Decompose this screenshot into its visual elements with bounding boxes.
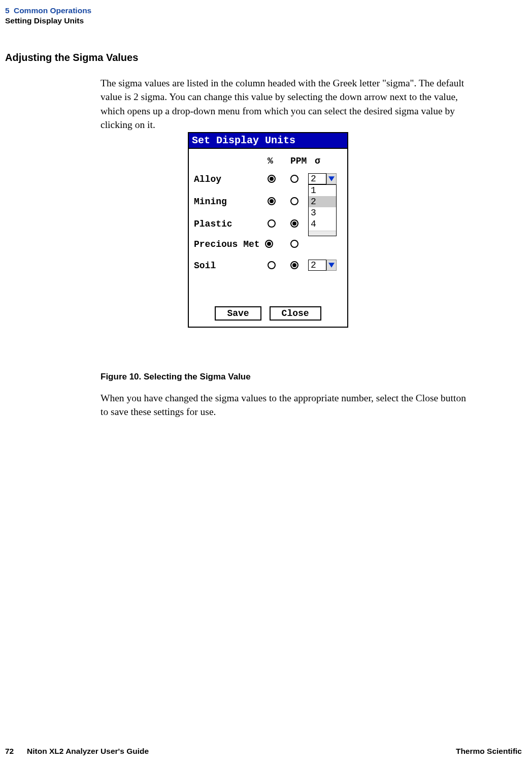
sigma-dropdown-button-soil[interactable] — [326, 260, 337, 271]
body-paragraph-1: The sigma values are listed in the colum… — [101, 76, 466, 132]
guide-title: Niton XL2 Analyzer User's Guide — [27, 747, 149, 755]
row-soil: Soil 2 — [194, 260, 336, 274]
radio-ppm-mining[interactable] — [290, 197, 298, 205]
radio-percent-soil[interactable] — [268, 261, 276, 269]
row-alloy: Alloy 2 1 2 3 4 — [194, 173, 336, 187]
window-body: % PPM σ Alloy 2 1 2 3 4 M — [189, 149, 347, 327]
heading-adjusting-sigma: Adjusting the Sigma Values — [5, 52, 138, 63]
radio-percent-alloy[interactable] — [268, 175, 276, 183]
row-label: Mining — [194, 197, 227, 207]
company-name: Thermo Scientific — [456, 747, 522, 756]
col-header-sigma: σ — [315, 156, 320, 166]
window-set-display-units: Set Display Units % PPM σ Alloy 2 1 2 3 … — [188, 132, 348, 328]
sigma-dropdown-list[interactable]: 1 2 3 4 — [308, 184, 337, 236]
figure-screenshot: Set Display Units % PPM σ Alloy 2 1 2 3 … — [188, 132, 348, 328]
sigma-option-3[interactable]: 3 — [309, 207, 336, 218]
col-header-ppm: PPM — [290, 156, 307, 166]
section-title: Setting Display Units — [5, 16, 84, 25]
window-titlebar: Set Display Units — [189, 133, 347, 149]
row-label: Alloy — [194, 174, 221, 184]
chapter-title: Common Operations — [14, 6, 91, 15]
radio-percent-plastic[interactable] — [268, 219, 276, 228]
sigma-dropdown-button-alloy[interactable] — [326, 173, 337, 184]
radio-ppm-soil[interactable] — [290, 261, 298, 269]
sigma-value-soil[interactable]: 2 — [308, 260, 326, 271]
radio-percent-mining[interactable] — [268, 197, 276, 205]
sigma-option-1[interactable]: 1 — [309, 185, 336, 196]
row-precious-metals: Precious Met — [194, 238, 336, 252]
svg-marker-1 — [328, 263, 335, 268]
row-label: Precious Met — [194, 239, 260, 249]
sigma-option-4[interactable]: 4 — [309, 218, 336, 230]
dropdown-scrollbar[interactable] — [309, 231, 336, 236]
row-label: Soil — [194, 261, 216, 271]
save-button[interactable]: Save — [215, 306, 261, 321]
sigma-option-2[interactable]: 2 — [309, 196, 336, 207]
row-label: Plastic — [194, 219, 232, 229]
radio-ppm-alloy[interactable] — [290, 175, 298, 183]
sigma-value-alloy[interactable]: 2 — [308, 173, 326, 184]
figure-caption: Figure 10. Selecting the Sigma Value — [101, 372, 251, 382]
svg-marker-0 — [328, 176, 335, 181]
col-header-percent: % — [268, 156, 273, 166]
page-header: 5 Common Operations — [5, 6, 91, 15]
close-button[interactable]: Close — [270, 306, 321, 321]
chapter-number: 5 — [5, 6, 10, 15]
page-number: 72 — [5, 747, 14, 755]
radio-percent-precious[interactable] — [265, 240, 273, 248]
body-paragraph-2: When you have changed the sigma values t… — [101, 391, 466, 419]
radio-ppm-plastic[interactable] — [290, 219, 298, 228]
chevron-down-icon — [328, 263, 335, 268]
radio-ppm-precious[interactable] — [290, 240, 298, 248]
chevron-down-icon — [328, 176, 335, 181]
button-row: Save Close — [189, 306, 347, 321]
page-footer: 72 Niton XL2 Analyzer User's Guide Therm… — [5, 747, 522, 756]
